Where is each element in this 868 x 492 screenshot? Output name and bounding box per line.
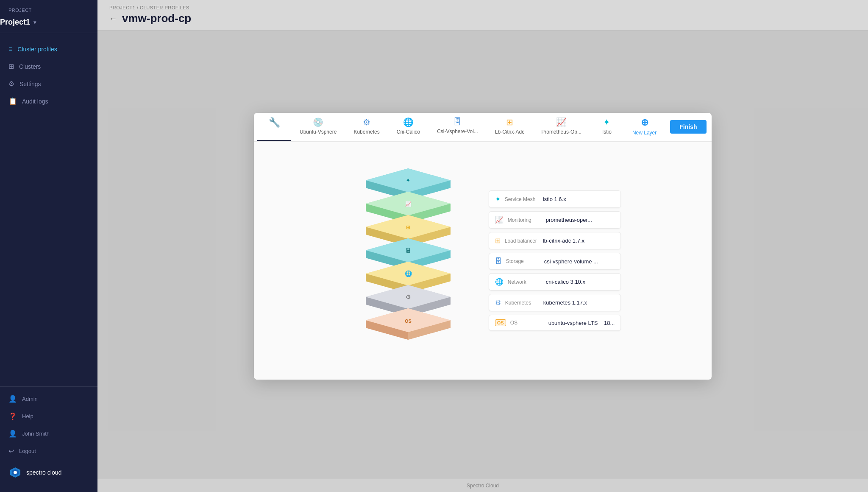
layer-type: Monitoring (508, 217, 542, 223)
sidebar-item-audit-logs[interactable]: 📋 Audit logs (0, 92, 97, 110)
sidebar-item-label: Audit logs (22, 98, 48, 105)
sidebar-item-label: Admin (22, 396, 38, 402)
admin-icon: 👤 (8, 395, 17, 403)
modal-overlay: 🔧 💿 Ubuntu-Vsphere ⚙ Kubernetes 🌐 Cni-Ca… (97, 0, 868, 492)
tab-label: Istio (602, 129, 612, 135)
layer-type: Storage (506, 258, 540, 264)
kubernetes-icon: ⚙ (495, 299, 501, 307)
project-chevron-icon: ▾ (33, 20, 36, 25)
sidebar-item-help[interactable]: ❓ Help (0, 408, 97, 425)
monitoring-icon: 📈 (495, 216, 504, 224)
layer-item-service-mesh[interactable]: ✦ Service Mesh istio 1.6.x (489, 190, 621, 208)
layer-name: prometheus-oper... (546, 217, 592, 223)
settings-icon: ⚙ (8, 80, 14, 88)
sidebar-item-label: Cluster profiles (17, 46, 57, 53)
logo-text: spectro cloud (26, 469, 61, 476)
svg-text:📈: 📈 (405, 201, 411, 207)
tabs-bar: 🔧 💿 Ubuntu-Vsphere ⚙ Kubernetes 🌐 Cni-Ca… (254, 113, 712, 142)
sidebar-bottom: 👤 Admin ❓ Help 👤 John Smith ↩ Logout spe… (0, 386, 97, 492)
layer-type: OS (510, 320, 544, 326)
tabs-actions: Finish ✕ (665, 113, 712, 141)
sidebar-divider (0, 33, 97, 33)
tab-label: Ubuntu-Vsphere (300, 129, 337, 135)
layer-item-load-balancer[interactable]: ⊞ Load balancer lb-citrix-adc 1.7.x (489, 232, 621, 249)
kubernetes-tab-icon: ⚙ (363, 117, 370, 127)
svg-text:OS: OS (405, 319, 412, 324)
project-label: PROJECT (0, 0, 97, 17)
tab-label: Cni-Calico (397, 129, 420, 135)
layer-name: ubuntu-vsphere LTS__18... (548, 320, 615, 326)
layer-name: kubernetes 1.17.x (543, 299, 587, 306)
sidebar-nav: ≡ Cluster profiles ⊞ Clusters ⚙ Settings… (0, 37, 97, 386)
sidebar-item-label: Clusters (19, 63, 41, 70)
svg-text:✦: ✦ (406, 177, 411, 184)
layer-list: ✦ Service Mesh istio 1.6.x 📈 Monitoring … (489, 190, 621, 331)
lb-icon: ⊞ (495, 237, 501, 245)
layer-item-kubernetes[interactable]: ⚙ Kubernetes kubernetes 1.17.x (489, 294, 621, 311)
sidebar-item-label: Help (22, 413, 33, 419)
istio-tab-icon: ✦ (603, 117, 610, 127)
tab-lb-citrix[interactable]: ⊞ Lb-Citrix-Adc (487, 113, 533, 141)
lb-tab-icon: ⊞ (506, 117, 513, 127)
svg-text:🗄: 🗄 (406, 248, 411, 254)
cluster-profiles-icon: ≡ (8, 45, 12, 53)
layer-item-storage[interactable]: 🗄 Storage csi-vsphere-volume ... (489, 253, 621, 270)
csi-tab-icon: 🗄 (453, 117, 462, 127)
tab-active[interactable]: 🔧 (257, 113, 291, 141)
spectro-logo-icon (8, 466, 22, 479)
tab-ubuntu-vsphere[interactable]: 💿 Ubuntu-Vsphere (291, 113, 345, 141)
audit-logs-icon: 📋 (8, 97, 17, 105)
ubuntu-tab-icon: 💿 (313, 117, 323, 127)
tab-label: Kubernetes (353, 129, 379, 135)
sidebar-item-admin[interactable]: 👤 Admin (0, 390, 97, 408)
clusters-icon: ⊞ (8, 62, 14, 70)
svg-text:⚙: ⚙ (405, 294, 411, 300)
layer-type: Network (508, 279, 542, 285)
layer-name: lb-citrix-adc 1.7.x (543, 238, 584, 244)
modal-body: ✦ 📈 (254, 142, 712, 380)
finish-button[interactable]: Finish (670, 120, 706, 134)
layer-type: Service Mesh (505, 196, 539, 202)
main-content: PROJECT1 / CLUSTER PROFILES ← vmw-prod-c… (97, 0, 868, 492)
tab-cni-calico[interactable]: 🌐 Cni-Calico (388, 113, 428, 141)
layer-os: OS (366, 308, 451, 340)
sidebar-item-john-smith[interactable]: 👤 John Smith (0, 425, 97, 442)
user-icon: 👤 (8, 430, 17, 438)
modal: 🔧 💿 Ubuntu-Vsphere ⚙ Kubernetes 🌐 Cni-Ca… (254, 113, 712, 380)
tab-csi-vsphere[interactable]: 🗄 Csi-Vsphere-Vol... (428, 113, 487, 141)
tab-istio[interactable]: ✦ Istio (590, 113, 624, 141)
layer-name: cni-calico 3.10.x (546, 279, 585, 285)
sidebar-logo: spectro cloud (0, 460, 97, 485)
new-layer-icon: ⊕ (641, 117, 648, 128)
stack-visualization: ✦ 📈 (345, 155, 472, 367)
layer-item-os[interactable]: OS OS ubuntu-vsphere LTS__18... (489, 315, 621, 331)
tab-prometheus[interactable]: 📈 Prometheus-Op... (533, 113, 590, 141)
layer-type: Load balancer (505, 238, 539, 244)
stack-svg: ✦ 📈 (349, 155, 467, 367)
tab-kubernetes[interactable]: ⚙ Kubernetes (345, 113, 388, 141)
layer-type: Kubernetes (505, 300, 539, 306)
network-icon: 🌐 (495, 278, 504, 286)
main-body: 🔧 💿 Ubuntu-Vsphere ⚙ Kubernetes 🌐 Cni-Ca… (97, 31, 868, 479)
close-button[interactable]: ✕ (710, 121, 712, 133)
sidebar-item-settings[interactable]: ⚙ Settings (0, 75, 97, 92)
calico-tab-icon: 🌐 (403, 117, 414, 127)
layer-item-monitoring[interactable]: 📈 Monitoring prometheus-oper... (489, 211, 621, 229)
help-icon: ❓ (8, 412, 17, 420)
sidebar-item-cluster-profiles[interactable]: ≡ Cluster profiles (0, 41, 97, 58)
tab-new-layer[interactable]: ⊕ New Layer (624, 113, 665, 141)
sidebar-item-label: Logout (19, 448, 36, 454)
logout-icon: ↩ (8, 447, 14, 455)
sidebar-item-logout[interactable]: ↩ Logout (0, 442, 97, 460)
sidebar-item-label: Settings (19, 81, 41, 87)
layer-item-network[interactable]: 🌐 Network cni-calico 3.10.x (489, 273, 621, 291)
sidebar: PROJECT Project1 ▾ ≡ Cluster profiles ⊞ … (0, 0, 97, 492)
project-name[interactable]: Project1 ▾ (0, 17, 97, 33)
os-icon: OS (495, 319, 506, 326)
layer-name: csi-vsphere-volume ... (544, 258, 598, 265)
tab-label: Csi-Vsphere-Vol... (437, 129, 478, 134)
storage-icon: 🗄 (495, 257, 502, 265)
sidebar-item-clusters[interactable]: ⊞ Clusters (0, 58, 97, 75)
tab-label: Lb-Citrix-Adc (495, 129, 524, 135)
tab-label: Prometheus-Op... (541, 129, 581, 135)
